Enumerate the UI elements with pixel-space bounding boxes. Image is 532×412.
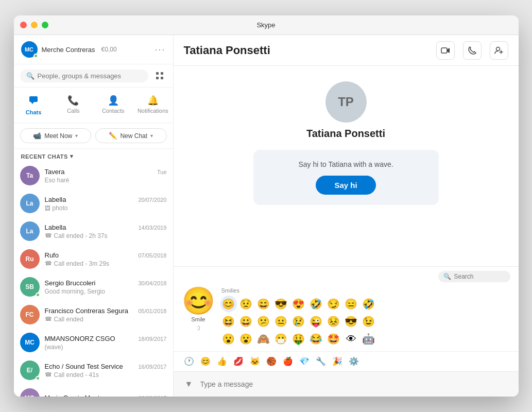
emoji-cell[interactable]: 🤩 [325,331,342,347]
chat-time: 28/08/2017 [138,395,166,397]
chat-time: 20/07/2020 [138,197,166,203]
add-contact-button[interactable] [490,41,508,60]
emoji-cell[interactable]: 🤣 [361,296,377,312]
chat-time: 05/01/2018 [138,308,166,314]
chat-time: 18/09/2017 [138,336,166,342]
emoji-tab-2[interactable]: 👍 [215,354,229,368]
list-item[interactable]: E/ Echo / Sound Test Service 16/09/2017 … [14,356,173,384]
emoji-cell[interactable]: 😟 [238,296,254,312]
tab-calls[interactable]: 📞 Calls [55,91,92,119]
tab-contacts[interactable]: 👤 Contacts [94,91,132,119]
tab-chats[interactable]: Chats [15,91,53,119]
emoji-cell[interactable]: 😄 [255,296,272,312]
emoji-cell[interactable]: 😢 [290,313,307,330]
list-item[interactable]: Ru Rufo 07/05/2018 ☎ Call ended - 3m 29s [14,245,173,273]
emoji-tab-9[interactable]: 🎉 [330,354,345,368]
list-item[interactable]: MC MMANSONORZ CSGO 18/09/2017 (wave) [14,329,173,356]
list-item[interactable]: La Labella 14/03/2019 ☎ Call ended - 2h … [14,217,173,245]
emoji-search-input[interactable] [454,273,505,280]
audio-call-button[interactable] [463,41,482,60]
emoji-search-row: 🔍 [174,267,519,284]
list-item[interactable]: La Labella 20/07/2020 🖼 photo [14,190,173,217]
emoji-tab-4[interactable]: 🐱 [248,354,262,368]
emoji-tab-6[interactable]: 🍎 [281,354,295,368]
chat-preview: (wave) [45,344,167,351]
emoji-cell[interactable]: 😏 [325,296,342,312]
chat-header: Tatiana Ponsetti [174,35,519,66]
emoji-cell[interactable]: 👁 [343,331,359,347]
emoji-search-icon: 🔍 [443,273,451,280]
emoji-tab-5[interactable]: 🏀 [264,354,279,368]
featured-emoji: 😊 Smile :) [182,287,215,348]
emoji-cell[interactable]: 🤑 [290,331,307,347]
new-chat-chevron: ▾ [150,133,153,139]
emoji-cell[interactable]: 😉 [361,313,377,330]
emoji-cell[interactable]: 😎 [273,296,289,312]
emoji-tab-10[interactable]: ⚙️ [347,354,361,368]
emoji-cell[interactable]: 😆 [220,313,237,330]
chat-preview: 🖼 photo [45,204,167,212]
grid-button[interactable] [152,68,167,83]
window-controls [20,22,48,28]
recent-chevron-icon: ▾ [70,153,74,160]
list-item[interactable]: SB Sergio Bruccoleri 30/04/2018 Good mor… [14,273,173,301]
emoji-cell[interactable]: 😷 [273,331,289,347]
emoji-tab-1[interactable]: 😊 [198,354,213,368]
tab-notifications[interactable]: 🔔 Notifications [134,91,171,119]
emoji-tab-3[interactable]: 💋 [231,354,246,368]
chats-label: Chats [26,109,42,115]
emoji-tab-7[interactable]: 💎 [297,354,312,368]
emoji-cell[interactable]: 😍 [290,296,307,312]
chat-avatar: La [20,221,40,241]
minimize-button[interactable] [31,22,38,28]
emoji-cell[interactable]: 😀 [238,313,254,330]
chat-avatar: MG [20,388,40,397]
emoji-cell[interactable]: 😐 [273,313,289,330]
meet-now-chevron: ▾ [75,133,78,139]
chat-time: 30/04/2018 [138,280,166,286]
chat-avatar: E/ [20,360,40,380]
chat-info: Maria Gracia Montero 28/08/2017 [45,394,167,397]
new-chat-button[interactable]: ✏️ New Chat ▾ [95,128,167,143]
chat-preview: Good morning, Sergio [45,288,167,295]
emoji-cell[interactable]: 🤣 [308,296,324,312]
chat-body: TP Tatiana Ponsetti Say hi to Tatiana wi… [174,66,519,266]
emoji-tab-8[interactable]: 🔧 [314,354,328,368]
search-input[interactable] [38,72,142,80]
svg-rect-3 [161,77,163,79]
svg-marker-5 [31,102,34,104]
emoji-cell[interactable]: 😮 [220,331,237,347]
more-options-button[interactable]: ··· [155,44,165,55]
list-item[interactable]: MG Maria Gracia Montero 28/08/2017 [14,384,173,397]
emoji-cell[interactable]: 😮 [238,331,254,347]
collapse-button[interactable]: ▼ [182,377,196,391]
list-item[interactable]: Ta Tavera Tue Eso haré [14,162,173,190]
chat-name: Echo / Sound Test Service [45,363,123,370]
chats-icon [28,95,39,108]
emoji-cell[interactable]: 🙈 [255,331,272,347]
emoji-cell[interactable]: 😕 [255,313,272,330]
say-hi-button[interactable]: Say hi [316,176,375,195]
chat-avatar: Ru [20,249,40,269]
emoji-tab-0[interactable]: 🕐 [182,354,196,368]
meet-now-button[interactable]: 📹 Meet Now ▾ [20,128,92,143]
avatar[interactable]: MC [21,41,38,58]
emoji-cell[interactable]: 😂 [308,331,324,347]
emoji-cell[interactable]: 😎 [343,313,359,330]
list-item[interactable]: FC Francisco Contreras Segura 05/01/2018… [14,301,173,329]
search-icon: 🔍 [26,72,35,80]
chat-info: Labella 20/07/2020 🖼 photo [45,196,167,212]
emoji-cell[interactable]: 😜 [308,313,324,330]
emoji-cell[interactable]: 😣 [325,313,342,330]
close-button[interactable] [20,22,27,28]
emoji-grid: Smilies 😊😟😄😎😍🤣😏😑🤣 😆😀😕😐😢😜😣😎😉 😮😮🙈😷🤑😂🤩👁🤖 [220,287,510,348]
chat-preview: ☎ Call ended - 2h 37s [45,232,167,239]
video-call-button[interactable] [436,41,455,60]
emoji-cell[interactable]: 🤖 [361,331,377,347]
emoji-cell[interactable]: 😊 [220,296,237,312]
svg-rect-4 [29,96,38,102]
emoji-cell[interactable]: 😑 [343,296,359,312]
maximize-button[interactable] [42,22,48,28]
chat-preview: ☎ Call ended - 3m 29s [45,260,167,267]
message-input[interactable] [200,380,510,388]
